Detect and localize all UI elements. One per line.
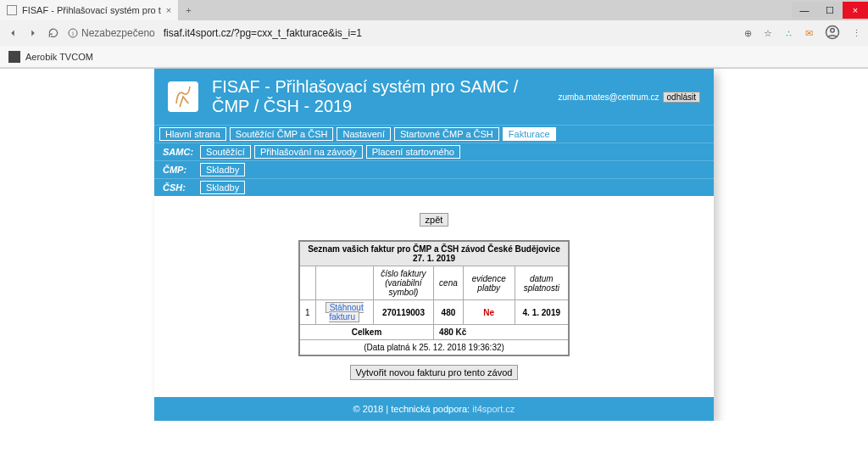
download-invoice-button[interactable]: Stáhnout fakturu <box>326 302 364 322</box>
logo <box>168 81 198 112</box>
invoice-due: 4. 1. 2019 <box>515 300 569 325</box>
info-icon: i <box>68 28 78 38</box>
samc-prihlasovani[interactable]: Přihlašování na závody <box>254 145 363 159</box>
security-indicator[interactable]: i Nezabezpečeno <box>68 27 155 39</box>
nav-main: Hlavní strana Soutěžící ČMP a ČSH Nastav… <box>154 125 714 143</box>
user-area: zumba.mates@centrum.cz odhlásit <box>558 92 700 103</box>
forward-button[interactable] <box>27 27 39 39</box>
invoice-table: Seznam vašich faktur pro ČMP a ČSH závod… <box>298 240 570 356</box>
tab-soutezici-cmp-csh[interactable]: Soutěžící ČMP a ČSH <box>230 127 334 141</box>
translate-icon[interactable]: ⛬ <box>784 28 793 38</box>
tab-hlavni-strana[interactable]: Hlavní strana <box>159 127 226 141</box>
nav-csh: ČSH: Skladby <box>154 178 714 196</box>
page-icon <box>7 5 17 15</box>
col-price: cena <box>434 266 464 300</box>
col-paid: evidence platby <box>463 266 515 300</box>
profile-icon[interactable] <box>825 25 840 42</box>
data-timestamp-note: (Data platná k 25. 12. 2018 19:36:32) <box>299 340 569 356</box>
nav-samc: SAMC: Soutěžící Přihlašování na závody P… <box>154 143 714 160</box>
tab-fakturace[interactable]: Fakturace <box>503 127 556 141</box>
window-close-button[interactable]: × <box>843 2 868 19</box>
invoice-price: 480 <box>434 300 464 325</box>
browser-chrome: FISAF - Přihlašovací systém pro t × + — … <box>0 0 868 69</box>
star-icon[interactable]: ☆ <box>764 28 772 39</box>
back-link[interactable]: zpět <box>420 213 449 227</box>
reload-button[interactable] <box>47 27 59 39</box>
page-footer: © 2018 | technická podpora: it4sport.cz <box>154 397 714 421</box>
invoice-paid: Ne <box>463 300 515 325</box>
tab-nastaveni[interactable]: Nastavení <box>337 127 391 141</box>
new-tab-button[interactable]: + <box>179 5 198 15</box>
create-invoice-button[interactable]: Vytvořit novou fakturu pro tento závod <box>350 365 519 380</box>
samc-label: SAMC: <box>159 147 197 157</box>
url-field[interactable]: fisaf.it4sport.cz/?pg=cxx_t_fakturace&is… <box>164 27 736 39</box>
invoice-number: 270119003 <box>373 300 433 325</box>
svg-text:i: i <box>72 31 74 36</box>
security-text: Nezabezpečeno <box>81 27 155 39</box>
table-row: 1 Stáhnout fakturu 270119003 480 Ne 4. 1… <box>299 300 569 325</box>
window-controls: — ☐ × <box>792 2 868 19</box>
logout-button[interactable]: odhlásit <box>663 92 700 103</box>
user-email: zumba.mates@centrum.cz <box>558 92 659 102</box>
col-invoice-num: číslo faktury (variabilní symbol) <box>373 266 433 300</box>
total-value: 480 Kč <box>434 325 569 340</box>
bookmarks-bar: Aerobik TVCOM <box>0 46 868 68</box>
close-tab-icon[interactable]: × <box>166 5 171 15</box>
csh-skladby[interactable]: Skladby <box>200 181 245 194</box>
maximize-button[interactable]: ☐ <box>817 2 843 19</box>
tab-startovne[interactable]: Startovné ČMP a ČSH <box>394 127 499 141</box>
cmp-label: ČMP: <box>159 165 197 175</box>
csh-label: ČSH: <box>159 182 197 193</box>
footer-text: © 2018 | technická podpora: <box>353 404 473 414</box>
back-button[interactable] <box>7 27 19 39</box>
cmp-skladby[interactable]: Skladby <box>200 163 245 176</box>
row-index: 1 <box>299 300 315 325</box>
menu-icon[interactable]: ⋮ <box>852 28 861 39</box>
total-label: Celkem <box>299 325 434 340</box>
bookmark-favicon <box>8 51 20 63</box>
samc-soutezici[interactable]: Soutěžící <box>200 145 251 159</box>
col-due: datum splatnosti <box>515 266 569 300</box>
tab-bar: FISAF - Přihlašovací systém pro t × + — … <box>0 0 868 20</box>
samc-placeni[interactable]: Placení startovného <box>366 145 460 159</box>
svg-point-3 <box>831 29 835 33</box>
page-container: FISAF - Přihlašovací systém pro SAMC / Č… <box>154 69 714 421</box>
toolbar-right: ⊕ ☆ ⛬ ✉ ⋮ <box>744 25 861 42</box>
bookmark-item[interactable]: Aerobik TVCOM <box>25 52 93 62</box>
mail-icon[interactable]: ✉ <box>805 28 813 39</box>
address-bar: i Nezabezpečeno fisaf.it4sport.cz/?pg=cx… <box>0 20 868 46</box>
search-icon[interactable]: ⊕ <box>744 28 752 39</box>
page-header: FISAF - Přihlašovací systém pro SAMC / Č… <box>154 69 714 125</box>
content-area: zpět Seznam vašich faktur pro ČMP a ČSH … <box>154 196 714 397</box>
browser-tab[interactable]: FISAF - Přihlašovací systém pro t × <box>0 0 179 20</box>
footer-link[interactable]: it4sport.cz <box>472 404 515 414</box>
page-title: FISAF - Přihlašovací systém pro SAMC / Č… <box>212 77 544 116</box>
nav-cmp: ČMP: Skladby <box>154 160 714 178</box>
tab-title: FISAF - Přihlašovací systém pro t <box>22 5 161 15</box>
minimize-button[interactable]: — <box>792 2 817 19</box>
table-title: Seznam vašich faktur pro ČMP a ČSH závod… <box>299 241 569 266</box>
